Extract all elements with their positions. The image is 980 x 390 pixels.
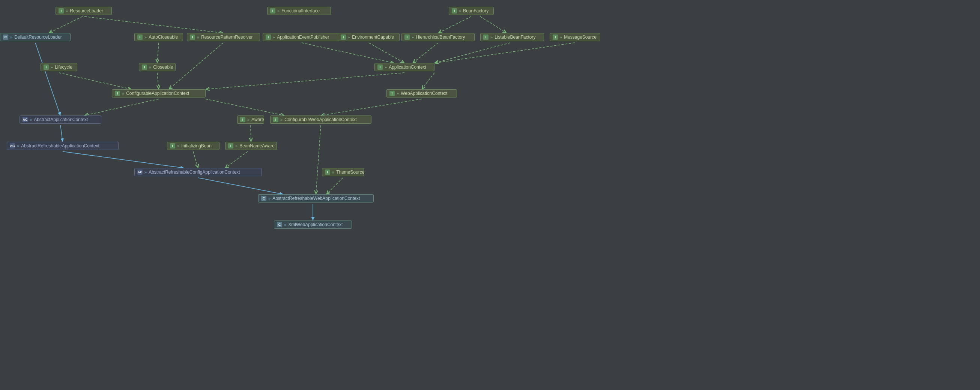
svg-line-14 xyxy=(205,73,404,89)
svg-line-8 xyxy=(434,43,510,63)
icon-interface: I xyxy=(404,35,410,40)
icon-interface: I xyxy=(377,65,383,70)
icon-interface: I xyxy=(190,35,195,40)
icon-interface: I xyxy=(137,35,143,40)
svg-line-9 xyxy=(434,43,575,63)
arrows-layer xyxy=(0,0,980,390)
icon-interface: I xyxy=(115,91,120,96)
node-AutoCloseable: I » AutoCloseable xyxy=(134,33,183,41)
svg-line-2 xyxy=(49,16,83,33)
icon-interface: I xyxy=(43,65,49,70)
icon-interface: I xyxy=(59,8,64,14)
node-BeanFactory: I » BeanFactory xyxy=(449,7,494,15)
icon-class: C xyxy=(3,35,8,40)
node-ThemeSource: I » ThemeSource xyxy=(322,168,364,176)
svg-line-11 xyxy=(302,43,394,63)
node-ApplicationContext: I » ApplicationContext xyxy=(374,63,434,71)
svg-line-27 xyxy=(326,178,343,194)
icon-abstract: AC xyxy=(22,117,28,122)
svg-line-17 xyxy=(35,43,60,116)
svg-line-28 xyxy=(198,178,283,194)
diagram-container: I » ResourceLoader I » FunctionalInterfa… xyxy=(0,0,980,390)
node-BeanNameAware: I » BeanNameAware xyxy=(225,142,277,150)
svg-line-19 xyxy=(60,125,63,142)
node-InitializingBean: I » InitializingBean xyxy=(167,142,220,150)
node-AbstractRefreshableConfigApplicationContext: AC » AbstractRefreshableConfigApplicatio… xyxy=(134,168,262,176)
icon-abstract: AC xyxy=(10,143,15,149)
icon-interface: I xyxy=(142,65,147,70)
icon-class: C xyxy=(261,196,266,201)
svg-line-12 xyxy=(59,73,131,89)
icon-interface: I xyxy=(390,91,395,96)
node-FunctionalInterface: I » FunctionalInterface xyxy=(267,7,331,15)
node-ListableBeanFactory: I » ListableBeanFactory xyxy=(480,33,544,41)
node-AbstractRefreshableWebApplicationContext: C » AbstractRefreshableWebApplicationCon… xyxy=(258,194,374,203)
svg-line-13 xyxy=(157,73,159,89)
svg-line-21 xyxy=(205,99,285,116)
svg-line-26 xyxy=(316,125,321,194)
node-XmlWebApplicationContext: C » XmlWebApplicationContext xyxy=(274,220,352,229)
svg-line-5 xyxy=(480,16,506,33)
icon-interface: I xyxy=(340,35,346,40)
svg-line-25 xyxy=(225,152,248,168)
icon-interface: I xyxy=(273,117,278,122)
node-WebApplicationContext: I » WebApplicationContext xyxy=(387,89,457,97)
node-Lifecycle: I » Lifecycle xyxy=(41,63,77,71)
icon-interface: I xyxy=(270,8,275,14)
icon-interface: I xyxy=(553,35,558,40)
svg-line-20 xyxy=(321,99,422,116)
icon-interface: I xyxy=(228,143,233,149)
icon-class: C xyxy=(277,222,282,227)
node-DefaultResourceLoader: C » DefaultResourceLoader xyxy=(0,33,70,41)
icon-interface: I xyxy=(266,35,271,40)
svg-line-6 xyxy=(157,43,159,63)
node-EnvironmentCapable: I » EnvironmentCapable xyxy=(338,33,399,41)
node-Aware: I » Aware xyxy=(237,116,264,124)
node-MessageSource: I » MessageSource xyxy=(550,33,600,41)
svg-line-16 xyxy=(422,73,434,89)
svg-line-23 xyxy=(63,152,184,168)
node-Closeable: I » Closeable xyxy=(139,63,176,71)
svg-line-18 xyxy=(84,99,159,116)
node-ConfigurableApplicationContext: I » ConfigurableApplicationContext xyxy=(112,89,205,97)
icon-interface: I xyxy=(483,35,488,40)
icon-interface: I xyxy=(240,117,245,122)
node-ApplicationEventPublisher: I » ApplicationEventPublisher xyxy=(262,33,340,41)
node-ConfigurableWebApplicationContext: I » ConfigurableWebApplicationContext xyxy=(270,116,371,124)
icon-abstract: AC xyxy=(137,170,143,175)
node-AbstractRefreshableApplicationContext: AC » AbstractRefreshableApplicationConte… xyxy=(7,142,119,150)
icon-interface: I xyxy=(170,143,175,149)
node-ResourceLoader: I » ResourceLoader xyxy=(56,7,112,15)
node-HierarchicalBeanFactory: I » HierarchicalBeanFactory xyxy=(401,33,475,41)
icon-interface: I xyxy=(325,170,330,175)
svg-line-24 xyxy=(193,152,198,168)
node-ResourcePatternResolver: I » ResourcePatternResolver xyxy=(187,33,260,41)
svg-line-15 xyxy=(169,43,223,89)
node-AbstractApplicationContext: AC » AbstractApplicationContext xyxy=(19,116,101,124)
icon-interface: I xyxy=(452,8,457,14)
svg-line-4 xyxy=(438,16,471,33)
svg-line-7 xyxy=(413,43,438,63)
svg-line-3 xyxy=(84,16,223,33)
svg-line-22 xyxy=(251,125,251,142)
svg-line-10 xyxy=(369,43,404,63)
